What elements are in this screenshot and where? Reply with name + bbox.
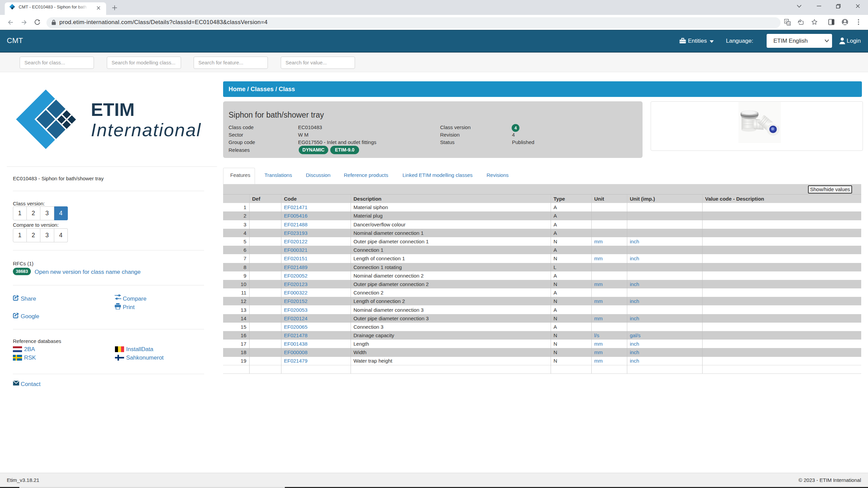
- svg-text:ETIM: ETIM: [91, 99, 135, 120]
- svg-text:文: 文: [788, 22, 790, 25]
- svg-text:International: International: [91, 120, 201, 140]
